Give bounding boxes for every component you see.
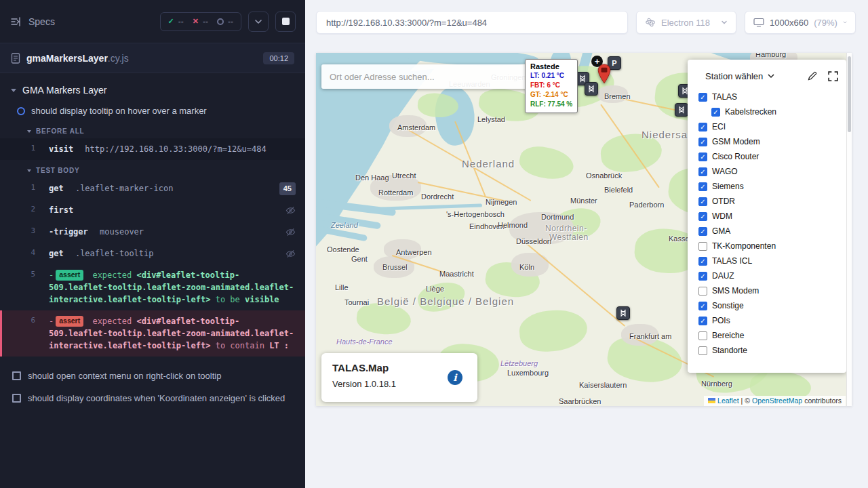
station-filter-talas[interactable]: ✓TALAS [698,89,838,104]
station-marker[interactable] [585,82,598,96]
test-body-section[interactable]: TEST BODY [0,160,305,178]
version-box: TALAS.Map Version 1.0.18.1 i [321,353,477,402]
info-icon[interactable]: i [448,370,462,385]
checkbox-icon[interactable]: ✓ [698,138,707,146]
station-filter-wdm[interactable]: ✓WDM [698,209,838,224]
command-assert-contain-failed[interactable]: 6 -assert expected <div#leaflet-tooltip-… [0,310,305,357]
station-filter-cisco-router[interactable]: ✓Cisco Router [698,149,838,164]
station-filter-siemens[interactable]: ✓Siemens [698,179,838,194]
edit-pencil-icon[interactable] [807,70,818,81]
checkbox-icon[interactable]: ✓ [698,257,707,266]
station-filter-label: Siemens [712,182,744,191]
electron-icon [645,17,656,28]
station-filter-label: WAGO [712,167,738,176]
selected-marker-pin[interactable] [597,64,612,84]
checkbox-icon[interactable]: ✓ [698,152,707,161]
station-dropdown[interactable]: Station wählen [705,71,774,81]
leaflet-map[interactable]: GroningenLeeuwardenLelystadAmsterdamNede… [316,53,852,406]
station-filter-label: Bereiche [712,331,744,340]
station-filter-eci[interactable]: ✓ECI [698,119,838,134]
station-filter-bereiche[interactable]: Bereiche [698,328,838,343]
station-panel: Station wählen ✓TALAS✓Kabelstre [688,60,846,373]
spec-name: gmaMarkersLayer [26,53,108,64]
station-filter-standorte[interactable]: Standorte [698,343,838,358]
station-filter-sonstige[interactable]: ✓Sonstige [698,298,838,313]
command-first[interactable]: 2 first [0,199,305,221]
command-method: first [49,205,73,215]
before-all-section[interactable]: BEFORE ALL [0,121,305,138]
checkbox-icon[interactable]: ✓ [698,93,707,102]
station-filter-tk-komponenten[interactable]: TK-Komponenten [698,239,838,253]
checkbox-icon[interactable]: ✓ [698,272,707,281]
checkbox-icon[interactable]: ✓ [698,317,707,325]
browser-name: Electron 118 [661,18,710,28]
station-filter-label: GSM Modem [712,137,760,146]
url-text: http://192.168.10.33:3000/?m=12&u=484 [326,18,487,28]
command-visit[interactable]: 1 visit http://192.168.10.33:3000/?m=12&… [0,138,305,160]
command-get-tooltip[interactable]: 4 get .leaflet-tooltip [0,243,305,264]
checkbox-icon[interactable] [698,287,707,296]
tooltip-row: RLF: 77.54 % [530,100,572,109]
browser-select[interactable]: Electron 118 [636,11,736,34]
station-filter-label: POIs [712,316,730,325]
viewport-scale: (79%) [814,18,837,28]
checkbox-icon[interactable] [698,346,707,355]
url-bar[interactable]: http://192.168.10.33:3000/?m=12&u=484 [316,11,628,34]
station-filter-kabelstrecken[interactable]: ✓Kabelstrecken [711,104,838,119]
station-filter-pois[interactable]: ✓POIs [698,313,838,328]
command-number: 2 [8,204,35,216]
app-version: Version 1.0.18.1 [332,379,467,389]
checkbox-icon[interactable]: ✓ [698,302,707,310]
checkbox-icon[interactable]: ✓ [698,182,707,191]
viewport-select[interactable]: 1000x660 (79%) [745,11,856,34]
specs-menu-icon[interactable] [11,16,22,27]
test-should-display-tooltip[interactable]: should display tooltip on hover over a m… [0,102,305,121]
spec-file-row[interactable]: gmaMarkersLayer.cy.js 00:12 [0,43,305,73]
station-filter-wago[interactable]: ✓WAGO [698,164,838,179]
checkbox-icon[interactable]: ✓ [698,227,707,236]
checkbox-icon[interactable]: ✓ [698,212,707,221]
station-filter-gsm-modem[interactable]: ✓GSM Modem [698,134,838,149]
command-assert-visible[interactable]: 5 -assert expected <div#leaflet-tooltip-… [0,264,305,310]
station-filter-otdr[interactable]: ✓OTDR [698,194,838,209]
station-filter-dauz[interactable]: ✓DAUZ [698,268,838,283]
station-filter-talas-icl[interactable]: ✓TALAS ICL [698,253,838,268]
command-method: -trigger [49,227,88,237]
leaflet-link[interactable]: Leaflet [717,396,739,405]
pending-test-icon [12,371,21,380]
suite-gma-markers-layer[interactable]: GMA Markers Layer [0,79,305,102]
pending-test-context-menu[interactable]: should open context menu on right-click … [0,365,305,387]
osm-link[interactable]: OpenStreetMap [752,396,802,405]
reporter-header: Specs ✓-- ✕-- -- [0,0,305,43]
command-message: http://192.168.10.33:3000/?m=12&u=484 [85,144,266,154]
tooltip-row: GT: -2.14 °C [530,90,572,100]
station-filter-label: Kabelstrecken [725,107,776,117]
collapse-all-button[interactable] [248,12,269,32]
checkbox-icon[interactable]: ✓ [698,197,707,206]
viewport-icon [753,18,764,27]
checkbox-icon[interactable] [698,242,707,251]
stage: http://192.168.10.33:3000/?m=12&u=484 El… [305,0,868,488]
suite-title: GMA Markers Layer [22,85,106,96]
checkbox-icon[interactable]: ✓ [698,167,707,176]
specs-label[interactable]: Specs [28,16,55,27]
scrollbar-thumb[interactable] [848,56,851,132]
station-filter-label: OTDR [712,197,735,206]
checkbox-icon[interactable] [698,331,707,340]
search-input[interactable] [321,64,529,89]
checkbox-icon[interactable]: ✓ [698,123,707,131]
fullscreen-icon[interactable] [828,71,838,81]
checkbox-icon[interactable]: ✓ [711,108,720,117]
stop-button[interactable] [275,12,296,32]
passed-icon: ✓ [168,18,174,25]
station-marker[interactable] [616,306,630,320]
scrollbar[interactable] [846,53,852,406]
station-marker[interactable] [675,103,688,117]
station-filter-gma[interactable]: ✓GMA [698,224,838,239]
command-get-marker-icon[interactable]: 1 get .leaflet-marker-icon 45 [0,178,305,199]
command-number: 5 [8,269,35,281]
pending-test-coordinates[interactable]: should display coordinates when 'Koordin… [0,387,305,409]
command-trigger-mouseover[interactable]: 3 -trigger mouseover [0,221,305,243]
command-number: 1 [8,182,35,194]
station-filter-sms-modem[interactable]: SMS Modem [698,283,838,298]
